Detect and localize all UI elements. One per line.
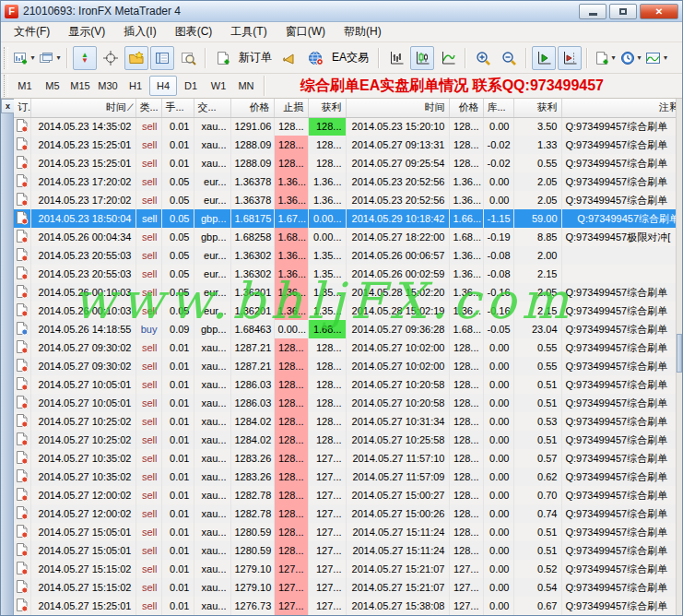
symbol-cell[interactable]: xau... bbox=[194, 578, 230, 597]
profit-cell[interactable]: 0.62 bbox=[513, 468, 561, 486]
open-time-cell[interactable]: 2014.05.23 20:55:03 bbox=[30, 246, 135, 265]
lots-cell[interactable]: 0.01 bbox=[161, 117, 194, 136]
close-price-cell[interactable]: 128... bbox=[449, 486, 483, 504]
profit-cell[interactable]: 0.55 bbox=[513, 357, 561, 375]
type-cell[interactable]: sell bbox=[135, 136, 161, 154]
open-time-cell[interactable]: 2014.05.27 09:30:02 bbox=[30, 357, 135, 375]
take-profit-cell[interactable]: 128... bbox=[308, 412, 346, 431]
swap-cell[interactable]: -0.16 bbox=[483, 302, 513, 320]
symbol-cell[interactable]: gbp... bbox=[194, 209, 230, 228]
open-time-cell[interactable]: 2014.05.27 15:25:01 bbox=[30, 597, 135, 615]
ea-trade-label[interactable]: EA交易 bbox=[332, 50, 369, 65]
close-price-cell[interactable]: 1.36... bbox=[449, 265, 483, 283]
close-price-cell[interactable]: 128... bbox=[449, 449, 483, 468]
swap-cell[interactable]: 0.00 bbox=[483, 172, 513, 191]
take-profit-cell[interactable]: 128... bbox=[308, 375, 346, 394]
col-header-close-time[interactable]: 时间 bbox=[346, 99, 449, 117]
order-row[interactable]: 2014.05.27 15:15:02sell0.01xau...1279.10… bbox=[14, 578, 682, 597]
col-header-profit[interactable]: 获利 bbox=[513, 99, 561, 117]
order-row[interactable]: 2014.05.23 20:55:03sell0.05eur...1.36302… bbox=[14, 246, 682, 265]
symbol-cell[interactable]: xau... bbox=[194, 357, 230, 375]
profit-cell[interactable]: 0.67 bbox=[513, 597, 561, 615]
take-profit-cell[interactable]: 127... bbox=[308, 486, 346, 504]
close-time-cell[interactable]: 2014.05.23 15:20:10 bbox=[346, 117, 449, 136]
comment-cell[interactable]: Q:973499457综合刷单 bbox=[561, 560, 682, 578]
col-header-comment[interactable]: 注释 bbox=[561, 99, 682, 117]
stop-loss-cell[interactable]: 127... bbox=[274, 597, 308, 615]
type-cell[interactable]: sell bbox=[135, 265, 161, 283]
open-time-cell[interactable]: 2014.05.27 10:25:02 bbox=[30, 412, 135, 431]
take-profit-cell[interactable]: 127... bbox=[308, 504, 346, 523]
swap-cell[interactable]: 0.00 bbox=[483, 541, 513, 560]
take-profit-cell[interactable]: 127... bbox=[308, 597, 346, 615]
symbol-cell[interactable]: eur... bbox=[194, 172, 230, 191]
tick-scroll-button[interactable]: ▲▼ bbox=[73, 46, 97, 70]
open-price-cell[interactable]: 1288.09 bbox=[230, 154, 274, 172]
stop-loss-cell[interactable]: 1.36... bbox=[274, 302, 308, 320]
close-time-cell[interactable]: 2014.05.27 10:20:58 bbox=[346, 375, 449, 394]
close-time-cell[interactable]: 2014.05.28 15:02:20 bbox=[346, 283, 449, 302]
timeframe-button-m30[interactable]: M30 bbox=[94, 76, 122, 96]
type-cell[interactable]: sell bbox=[135, 560, 161, 578]
close-price-cell[interactable]: 1.36... bbox=[449, 246, 483, 265]
symbol-cell[interactable]: xau... bbox=[194, 338, 230, 357]
close-time-cell[interactable]: 2014.05.27 10:20:58 bbox=[346, 394, 449, 412]
comment-cell[interactable]: Q:973499457综合刷单 bbox=[561, 468, 682, 486]
comment-cell[interactable]: Q:973499457综合刷单 bbox=[561, 172, 682, 191]
type-cell[interactable]: buy bbox=[135, 320, 161, 338]
comment-cell[interactable]: Q:973499457综合刷单 bbox=[561, 394, 682, 412]
close-time-cell[interactable]: 2014.05.27 10:02:00 bbox=[346, 357, 449, 375]
close-price-cell[interactable]: 127... bbox=[449, 578, 483, 597]
close-price-cell[interactable]: 128... bbox=[449, 504, 483, 523]
lots-cell[interactable]: 0.01 bbox=[161, 375, 194, 394]
close-time-cell[interactable]: 2014.05.28 15:02:19 bbox=[346, 302, 449, 320]
symbol-cell[interactable]: eur... bbox=[194, 246, 230, 265]
candlestick-chart-button[interactable] bbox=[410, 46, 434, 70]
timeframe-button-h1[interactable]: H1 bbox=[122, 76, 149, 96]
lots-cell[interactable]: 0.01 bbox=[161, 449, 194, 468]
order-row[interactable]: 2014.05.23 20:55:03sell0.05eur...1.36302… bbox=[14, 265, 682, 283]
order-row[interactable]: 2014.05.27 09:30:02sell0.01xau...1287.21… bbox=[14, 357, 682, 375]
order-row[interactable]: 2014.05.26 00:10:03sell0.05eur...1.36201… bbox=[14, 283, 682, 302]
swap-cell[interactable]: 0.00 bbox=[483, 597, 513, 615]
open-time-cell[interactable]: 2014.05.27 15:15:02 bbox=[30, 560, 135, 578]
close-time-cell[interactable]: 2014.05.27 15:11:24 bbox=[346, 523, 449, 541]
symbol-cell[interactable]: xau... bbox=[194, 154, 230, 172]
close-time-cell[interactable]: 2014.05.27 15:00:26 bbox=[346, 504, 449, 523]
order-row[interactable]: 2014.05.27 10:35:02sell0.01xau...1283.26… bbox=[14, 468, 682, 486]
open-price-cell[interactable]: 1.68175 bbox=[230, 209, 274, 228]
line-chart-button[interactable] bbox=[436, 46, 460, 70]
swap-cell[interactable]: 0.00 bbox=[483, 449, 513, 468]
swap-cell[interactable]: -0.05 bbox=[483, 320, 513, 338]
col-header-swap[interactable]: 库... bbox=[483, 99, 513, 117]
timeframe-button-d1[interactable]: D1 bbox=[177, 76, 205, 96]
col-header-open-time[interactable]: 时间∕ bbox=[30, 99, 135, 117]
close-time-cell[interactable]: 2014.05.27 15:38:08 bbox=[346, 597, 449, 615]
profit-cell[interactable]: 0.52 bbox=[513, 560, 561, 578]
bar-chart-button[interactable] bbox=[384, 46, 408, 70]
close-time-cell[interactable]: 2014.05.27 15:11:24 bbox=[346, 541, 449, 560]
type-cell[interactable]: sell bbox=[135, 523, 161, 541]
close-time-cell[interactable]: 2014.05.27 11:57:10 bbox=[346, 449, 449, 468]
open-price-cell[interactable]: 1284.02 bbox=[230, 412, 274, 431]
symbol-cell[interactable]: xau... bbox=[194, 412, 230, 431]
timeframe-bar-grip[interactable] bbox=[4, 75, 8, 97]
comment-cell[interactable]: Q:973499457综合刷单 bbox=[561, 320, 682, 338]
open-time-cell[interactable]: 2014.05.23 20:55:03 bbox=[30, 265, 135, 283]
open-price-cell[interactable]: 1282.78 bbox=[230, 504, 274, 523]
order-row[interactable]: 2014.05.23 15:25:01sell0.01xau...1288.09… bbox=[14, 154, 682, 172]
maximize-button[interactable] bbox=[609, 4, 637, 19]
open-price-cell[interactable]: 1286.03 bbox=[230, 375, 274, 394]
comment-cell[interactable]: Q:973499457综合刷单 bbox=[561, 209, 682, 228]
lots-cell[interactable]: 0.01 bbox=[161, 541, 194, 560]
type-cell[interactable]: sell bbox=[135, 431, 161, 449]
col-header-order[interactable]: 订. bbox=[14, 99, 30, 117]
comment-cell[interactable]: Q:973499457综合刷单 bbox=[561, 136, 682, 154]
col-header-open-price[interactable]: 价格 bbox=[230, 99, 274, 117]
open-time-cell[interactable]: 2014.05.27 10:25:02 bbox=[30, 431, 135, 449]
ea-trade-button[interactable] bbox=[304, 46, 328, 70]
swap-cell[interactable]: 0.00 bbox=[483, 357, 513, 375]
profit-cell[interactable]: 0.54 bbox=[513, 578, 561, 597]
stop-loss-cell[interactable]: 128... bbox=[274, 486, 308, 504]
order-row[interactable]: 2014.05.27 12:00:02sell0.01xau...1282.78… bbox=[14, 486, 682, 504]
